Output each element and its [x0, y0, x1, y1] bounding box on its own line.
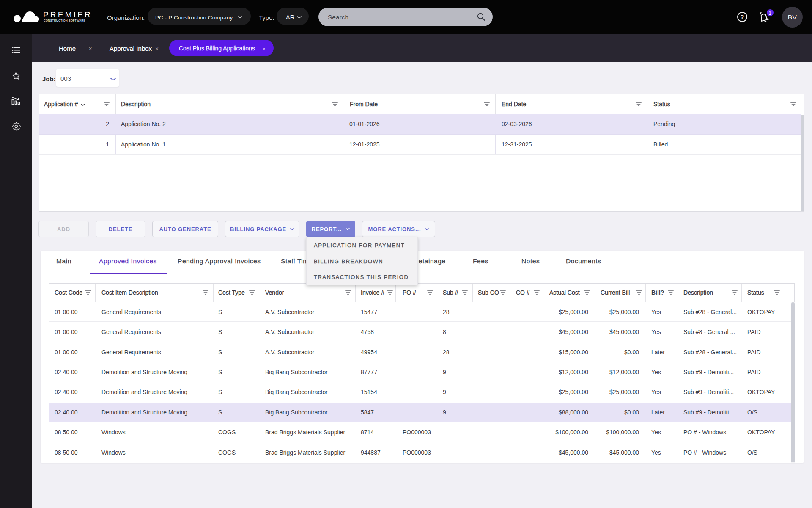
svg-text:?: ?	[741, 14, 744, 20]
